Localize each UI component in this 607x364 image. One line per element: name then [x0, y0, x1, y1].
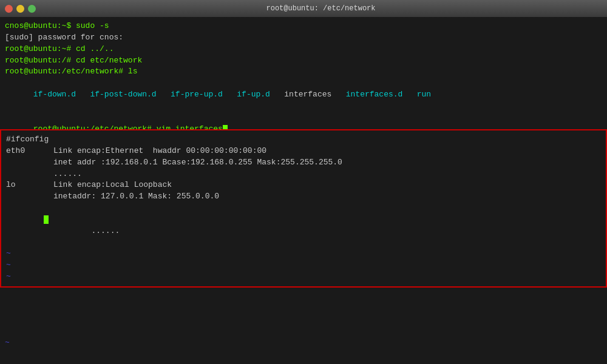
ls-item-6: interfaces.d	[346, 90, 403, 99]
ls-item-7: run	[417, 90, 431, 99]
vim-content-7-text: ......	[44, 226, 120, 235]
vim-tilde-1: ~	[6, 248, 601, 260]
shell-line-3: root@ubuntu:~# cd ../..	[5, 44, 602, 55]
vim-cursor	[44, 215, 49, 224]
vim-tilde-3: ~	[6, 271, 601, 283]
shell-line-5: root@ubuntu:/etc/network# ls	[5, 66, 602, 78]
below-tilde: ~	[5, 337, 10, 349]
titlebar: root@ubuntu: /etc/network	[0, 0, 607, 17]
terminal[interactable]: cnos@ubuntu:~$ sudo -s [sudo] password f…	[0, 17, 607, 364]
vim-content-2: eth0 Link encap:Ethernet hwaddr 00:00:00…	[6, 146, 601, 157]
below-vim-area: ~	[5, 337, 10, 349]
shell-line-4: root@ubuntu:/# cd etc/network	[5, 55, 602, 67]
window: root@ubuntu: /etc/network cnos@ubuntu:~$…	[0, 0, 607, 364]
minimize-button[interactable]	[16, 5, 24, 13]
shell-line-1: cnos@ubuntu:~$ sudo -s	[5, 21, 602, 32]
ls-item-2: if-post-down.d	[90, 90, 156, 99]
ls-item-1: if-down.d	[33, 90, 76, 99]
vim-content-3: inet addr :192.168.0.1 Bcase:192.168.0.2…	[6, 157, 601, 169]
ls-item-5: interfaces	[284, 90, 331, 99]
vim-content-5: lo Link encap:Local Loopback	[6, 180, 601, 191]
window-title: root@ubuntu: /etc/network	[39, 4, 602, 13]
close-button[interactable]	[5, 5, 13, 13]
vim-content-6: inetaddr: 127.0.0.1 Mask: 255.0.0.0	[6, 191, 601, 203]
ls-output: if-down.d if-post-down.d if-pre-up.d if-…	[5, 78, 602, 112]
vim-content-4: ......	[6, 169, 601, 180]
vim-content-1: #ifconfig	[6, 134, 601, 146]
vim-tilde-2: ~	[6, 260, 601, 271]
vim-editor-box: #ifconfig eth0 Link encap:Ethernet hwadd…	[0, 129, 607, 288]
ls-item-3: if-pre-up.d	[171, 90, 223, 99]
ls-item-4: if-up.d	[237, 90, 270, 99]
vim-content-7: ......	[6, 203, 601, 248]
shell-line-2: [sudo] password for cnos:	[5, 32, 602, 44]
maximize-button[interactable]	[28, 5, 36, 13]
